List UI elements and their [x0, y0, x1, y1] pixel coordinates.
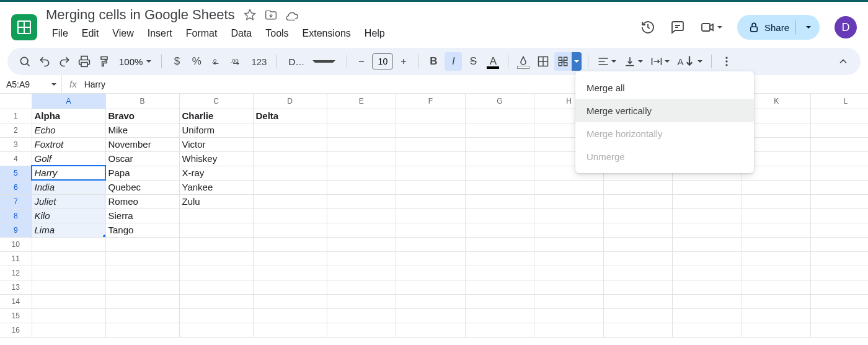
sheets-logo[interactable]: [11, 14, 37, 40]
cell[interactable]: [253, 123, 327, 137]
cell[interactable]: [253, 251, 327, 266]
cell[interactable]: [742, 294, 811, 308]
cell[interactable]: [811, 308, 868, 323]
cell[interactable]: [465, 166, 534, 180]
cell[interactable]: [673, 308, 742, 323]
row-header[interactable]: 11: [0, 251, 32, 266]
cell[interactable]: [179, 223, 253, 237]
share-button[interactable]: Share: [737, 15, 820, 40]
cell[interactable]: [179, 266, 253, 280]
cell[interactable]: [253, 223, 327, 237]
cell[interactable]: [105, 237, 179, 251]
text-color-button[interactable]: A: [484, 52, 502, 71]
cell[interactable]: [534, 280, 604, 294]
cell[interactable]: [465, 123, 534, 137]
cell[interactable]: [253, 180, 327, 194]
merge-vertically-item[interactable]: Merge vertically: [575, 99, 754, 122]
cell[interactable]: [253, 323, 327, 337]
cell[interactable]: [327, 266, 396, 280]
cell[interactable]: Oscar: [105, 151, 179, 166]
comments-icon[interactable]: [670, 20, 685, 35]
cell[interactable]: [811, 294, 868, 308]
cell[interactable]: [534, 237, 604, 251]
cell[interactable]: [811, 237, 868, 251]
decrease-decimal-button[interactable]: .0: [208, 52, 225, 71]
cell[interactable]: [105, 294, 179, 308]
cell[interactable]: [465, 151, 534, 166]
cell[interactable]: [396, 137, 466, 151]
cell[interactable]: [673, 180, 742, 194]
row-header[interactable]: 9: [0, 223, 32, 237]
cell[interactable]: Echo: [32, 123, 105, 137]
cell[interactable]: [465, 109, 534, 123]
star-icon[interactable]: [244, 9, 256, 21]
cell[interactable]: [742, 323, 811, 337]
row-header[interactable]: 14: [0, 294, 32, 308]
cell[interactable]: [465, 251, 534, 266]
cell[interactable]: [534, 208, 604, 223]
cell[interactable]: Alpha: [32, 109, 105, 123]
cell[interactable]: [534, 180, 604, 194]
meet-button[interactable]: [700, 20, 722, 35]
cell[interactable]: [253, 308, 327, 323]
cell[interactable]: [327, 208, 396, 223]
name-box[interactable]: A5:A9: [6, 75, 62, 93]
row-header[interactable]: 13: [0, 280, 32, 294]
cell[interactable]: [534, 251, 604, 266]
cell[interactable]: [396, 166, 466, 180]
cell[interactable]: [742, 180, 811, 194]
row-header[interactable]: 15: [0, 308, 32, 323]
cell[interactable]: [327, 294, 396, 308]
row-header[interactable]: 6: [0, 180, 32, 194]
format-number-button[interactable]: 123: [247, 52, 270, 71]
cell[interactable]: Kilo: [32, 208, 105, 223]
cell[interactable]: [32, 323, 105, 337]
cell[interactable]: [673, 294, 742, 308]
cell[interactable]: Juliet: [32, 194, 105, 208]
row-header[interactable]: 16: [0, 323, 32, 337]
cell[interactable]: [327, 109, 396, 123]
col-header-E[interactable]: E: [327, 94, 396, 109]
cell[interactable]: India: [32, 180, 105, 194]
cell[interactable]: [465, 237, 534, 251]
col-header-F[interactable]: F: [396, 94, 466, 109]
row-header[interactable]: 12: [0, 266, 32, 280]
decrease-fontsize-button[interactable]: [353, 53, 370, 69]
cell[interactable]: [327, 151, 396, 166]
cell[interactable]: Papa: [105, 166, 179, 180]
cell[interactable]: [603, 237, 673, 251]
select-all-corner[interactable]: [0, 94, 32, 109]
bold-button[interactable]: B: [425, 52, 442, 71]
chevron-down-icon[interactable]: [806, 26, 811, 29]
cell[interactable]: [811, 323, 868, 337]
cell[interactable]: [327, 223, 396, 237]
cell[interactable]: [603, 294, 673, 308]
cell[interactable]: Foxtrot: [32, 137, 105, 151]
cell[interactable]: [811, 151, 868, 166]
cell[interactable]: [603, 194, 673, 208]
cell[interactable]: [396, 237, 466, 251]
col-header-L[interactable]: L: [811, 94, 868, 109]
cell[interactable]: [811, 223, 868, 237]
print-icon[interactable]: [76, 52, 93, 71]
cell[interactable]: [327, 323, 396, 337]
cell[interactable]: [327, 237, 396, 251]
cell[interactable]: [396, 280, 466, 294]
cell[interactable]: [465, 294, 534, 308]
cell[interactable]: [396, 180, 466, 194]
cell[interactable]: [603, 308, 673, 323]
cell[interactable]: [396, 109, 466, 123]
merge-all-item[interactable]: Merge all: [575, 76, 754, 99]
borders-button[interactable]: [534, 52, 552, 71]
zoom-select[interactable]: 100%: [115, 56, 155, 67]
cell[interactable]: [179, 323, 253, 337]
row-header[interactable]: 7: [0, 194, 32, 208]
menu-edit[interactable]: Edit: [76, 25, 105, 42]
cell[interactable]: [32, 308, 105, 323]
cell[interactable]: Romeo: [105, 194, 179, 208]
cell[interactable]: Victor: [179, 137, 253, 151]
cell[interactable]: [396, 223, 466, 237]
cell[interactable]: [253, 237, 327, 251]
cell[interactable]: [673, 323, 742, 337]
format-currency-button[interactable]: $: [168, 52, 185, 71]
